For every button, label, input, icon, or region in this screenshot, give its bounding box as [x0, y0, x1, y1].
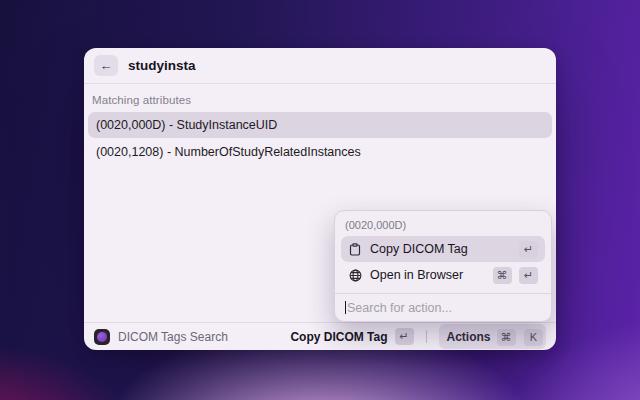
app-icon [94, 329, 110, 345]
action-open-in-browser[interactable]: Open in Browser ⌘ ↵ [341, 262, 545, 288]
action-copy-dicom-tag[interactable]: Copy DICOM Tag ↵ [341, 236, 545, 262]
primary-action-button[interactable]: Copy DICOM Tag ↵ [290, 328, 413, 345]
app-name: DICOM Tags Search [118, 330, 282, 344]
text-cursor [345, 301, 346, 314]
action-label: Open in Browser [370, 268, 463, 282]
search-input[interactable] [128, 58, 546, 73]
primary-action-label: Copy DICOM Tag [290, 330, 387, 344]
cmd-key-badge: ⌘ [493, 267, 512, 284]
back-arrow-icon: ← [100, 58, 113, 73]
section-header: Matching attributes [92, 94, 548, 106]
desktop-background: ← Matching attributes (0020,000D) - Stud… [0, 0, 640, 400]
cmd-key-badge: ⌘ [497, 329, 516, 346]
action-panel-header: (0020,000D) [335, 211, 551, 236]
action-panel: (0020,000D) Copy DICOM Tag ↵ [334, 210, 552, 322]
result-label: (0020,1208) - NumberOfStudyRelatedInstan… [96, 145, 361, 159]
status-bar-divider [426, 330, 427, 343]
actions-button[interactable]: Actions ⌘ K [439, 324, 546, 349]
clipboard-icon [348, 242, 362, 256]
result-label: (0020,000D) - StudyInstanceUID [96, 118, 277, 132]
actions-label: Actions [447, 330, 491, 344]
status-bar: DICOM Tags Search Copy DICOM Tag ↵ Actio… [84, 322, 556, 350]
back-button[interactable]: ← [94, 55, 118, 76]
action-label: Copy DICOM Tag [370, 242, 468, 256]
action-search-input[interactable] [347, 301, 541, 315]
enter-key-badge: ↵ [519, 267, 538, 284]
enter-key-badge: ↵ [519, 241, 538, 258]
result-row-studyinstanceuid[interactable]: (0020,000D) - StudyInstanceUID [88, 112, 552, 138]
k-key-badge: K [524, 329, 543, 346]
action-search[interactable] [335, 293, 551, 321]
launcher-window: ← Matching attributes (0020,000D) - Stud… [84, 48, 556, 350]
action-panel-rows: Copy DICOM Tag ↵ Open in Browser [335, 236, 551, 288]
globe-icon [348, 268, 362, 282]
enter-key-badge: ↵ [395, 328, 414, 345]
search-bar: ← [84, 48, 556, 84]
result-row-numberofstudyrelatedinstances[interactable]: (0020,1208) - NumberOfStudyRelatedInstan… [88, 139, 552, 165]
